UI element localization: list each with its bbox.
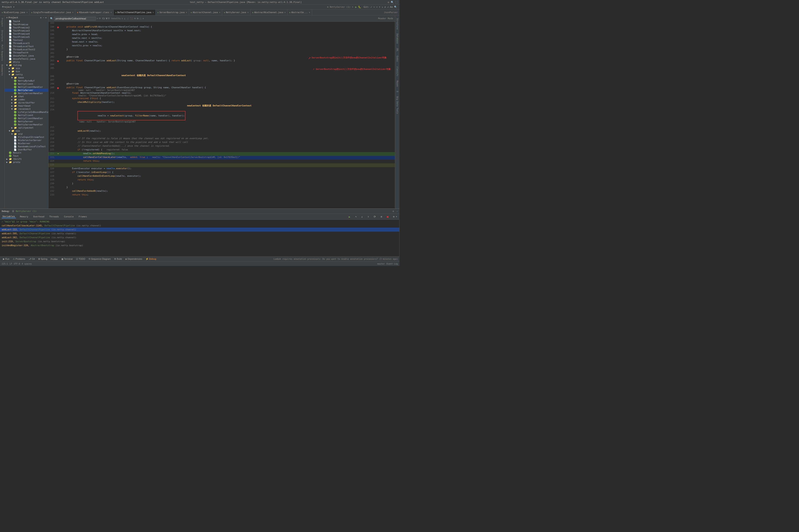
btn-git[interactable]: ⎇ Git [27,258,36,261]
run-button[interactable]: ▶ [355,5,357,8]
tree-thrift[interactable]: ▶ 📁 thrift [5,157,48,160]
find-input[interactable] [54,17,96,20]
debug-close[interactable]: − [396,210,398,213]
case-button[interactable]: Cc [102,17,105,20]
find-next[interactable]: ↓ [124,17,126,20]
debug-tab-console[interactable]: Console [63,215,75,218]
panel-maven[interactable]: Maven [396,79,399,89]
panel-d[interactable]: D [396,89,399,94]
stack-frame-addlast[interactable]: addLast:222, DefaultChannelPipeline (io.… [0,228,399,232]
tree-reconnect-nettyclienthandler[interactable]: 🟢 NettyClientHandler [5,117,48,120]
tree-nettyserverhandler[interactable]: 🟢 NettyServerHandler [5,92,48,95]
tree-test4[interactable]: 📄 Test4 [5,20,48,23]
tree-testpromise2[interactable]: 📄 TestPromise2 [5,26,48,29]
debug-tab-variables[interactable]: Variables [2,215,16,218]
tree-unsafetest2[interactable]: 📄 UnsafeTest2.java [5,57,48,60]
tree-test[interactable]: 🟢 Test [5,154,48,157]
find-replace-toggle[interactable]: ⟳ [99,17,101,20]
btn-debug[interactable]: ⚡ Debug [144,258,157,261]
tree-reconnect[interactable]: ▼ 📁 reconnect [5,108,48,111]
tree-nettyclienthandler[interactable]: 🟢 NettyClientHandler [5,86,48,89]
tree-aio[interactable]: ▶ 📁 aio [5,67,48,70]
tree-reconnect-nettyserverhandler[interactable]: 🟢 NettyServerHandler [5,123,48,126]
tree-old[interactable]: ▼ 📁 old [5,132,48,136]
tree-threadlocal5[interactable]: 📄 ThreadLocal5 [5,42,48,45]
tree-fileinputstream[interactable]: 📄 FileInputStreamTest [5,136,48,139]
tree-reconnect-nettyclient[interactable]: 🟢 NettyClient [5,114,48,117]
breakpoint-194[interactable]: ● [57,25,59,29]
stack-frame-addlast395[interactable]: addLast:395, DefaultChannelPipeline (io.… [0,232,399,235]
stack-frame-initandregister[interactable]: initAndRegister:320, AbstractBootstrap (… [0,244,399,247]
tree-nioselectorserver[interactable]: 📄 NioSelectorServer [5,139,48,142]
tree-nettyserver[interactable]: 🟢 NettyServer [5,89,48,92]
tree-proto[interactable]: ▶ 📁 proto [5,160,48,164]
left-icon-structure[interactable]: Structure [1,28,4,43]
panel-bigdata[interactable]: Big Data Tools [396,95,399,116]
tab-defaultchannelpipeline[interactable]: ◆ DefaultChannelPipeline.java × [114,10,156,16]
panel-jdl[interactable]: JDL [396,46,399,53]
tab-kqueue[interactable]: ◆ KQueueArrayWrapper.class × [75,10,114,16]
tree-nettyclient[interactable]: 🟢 NettyClient [5,82,48,86]
debug-stepover[interactable]: ↷ [355,215,357,218]
debug-stepinto[interactable]: ↓ [361,215,363,218]
tree-nettybytebuf[interactable]: 🟢 NettyByteBuf [5,79,48,82]
tree-utils[interactable]: 📁 Utils [5,60,48,64]
tree-base[interactable]: ▼ 📁 base [5,76,48,79]
panel-structure[interactable]: Structure [396,16,399,31]
btn-sequence[interactable]: ⟲ Sequence Diagram [87,258,112,261]
left-icon-pullrequests[interactable]: Pull Requests [1,43,4,62]
left-icon-project[interactable]: Project [1,16,4,28]
stack-frame-init[interactable]: init:219, ServerBootstrap (io.netty.boot… [0,240,399,244]
debug-tab-memory[interactable]: Memory [19,215,29,218]
word-button[interactable]: W [106,17,108,20]
debug-filter[interactable]: ⊞ ▾ [393,215,397,218]
status-branch[interactable]: master [377,263,385,265]
tab-abstractse[interactable]: ◆ AbstractSe... × [287,10,312,16]
find-prev[interactable]: ↑ [121,17,123,20]
tab-abstractchannel[interactable]: ◆ AbstractChannel.java × [189,10,222,16]
tree-unsafetest[interactable]: 📄 UnsafeTest.java [5,54,48,57]
tree-testpromise5[interactable]: 📄 TestPromise5 [5,36,48,39]
tree-nio[interactable]: ▼ 📁 nio [5,129,48,132]
debug-settings[interactable]: ⚙ [393,210,394,213]
tree-threadlocaltest2[interactable]: 📄 ThreadLocalTest2 [5,48,48,51]
debug-tab-overhead[interactable]: Overhead [32,215,45,218]
btn-todo[interactable]: ☑ TODO [75,258,87,261]
stack-frame-addlast382[interactable]: addLast:382, DefaultChannelPipeline (io.… [0,235,399,240]
debug-tab-frames[interactable]: Frames [78,215,88,218]
tree-codec[interactable]: ▶ 📁 codec [5,98,48,101]
btn-profiler[interactable]: Profiler [50,258,59,261]
run-config[interactable]: ⚙ NettyServer (1) ▾ [326,6,354,8]
debug-tab-threads[interactable]: Threads [49,215,60,218]
tree-testxx2[interactable]: 📄 Testxx2 [5,39,48,42]
status-eventlog[interactable]: Event Log [386,263,398,265]
debug-stop[interactable]: ■ [387,215,388,218]
reader-mode[interactable]: Reader Mode [378,17,393,20]
panel-database[interactable]: Database [396,32,399,45]
btn-terminal[interactable]: ▣ Terminal [60,258,74,261]
tree-reconnect-nettyserver[interactable]: 🟢 NettyServer [5,120,48,123]
debug-resume[interactable]: ▶ [349,215,350,218]
stack-frame-callhandler[interactable]: callHandlerCallbackLater:1145, DefaultCh… [0,224,399,228]
tree-testpromise[interactable]: 📄 TestPromise [5,23,48,26]
tree-lifecycle[interactable]: 🟢 LifeCycleInBoundHandle... [5,111,48,114]
tree-result[interactable]: 🟢 Result [5,151,48,154]
btn-problems[interactable]: ⚠ Problems [12,258,26,261]
tab-nettyserver[interactable]: ◆ NettyServer.java × [222,10,250,16]
tree-bio[interactable]: ▶ 📁 bio [5,70,48,73]
tree-directbuffer[interactable]: ▶ 📁 directbuffer [5,101,48,104]
breakpoint-203[interactable]: ● [57,59,59,62]
find-close[interactable]: × [97,17,98,20]
breakpoint-209[interactable]: ● [57,86,59,90]
menu-project[interactable]: Project ▾ [1,5,16,9]
left-icon-bookmarks[interactable]: Bookmarks [1,63,4,77]
btn-spring[interactable]: ✿ Spring [37,258,49,261]
btn-build[interactable]: ⚙ Build [113,258,123,261]
debug-runtocursor[interactable]: ⟳ [374,215,376,218]
tree-userbuffer[interactable]: 📄 UserBuffer [5,148,48,151]
tree-threadtest4[interactable]: 📄 ThreadTest4 [5,51,48,54]
code-editor[interactable]: 193 194 ● private void addFirst0(Abstrac… [49,22,395,208]
tab-serverbootstrap[interactable]: ◆ ServerBootstrap.java × [156,10,189,16]
tree-splitpacket[interactable]: ▶ 📁 splitpacket [5,126,48,129]
debug-run-button[interactable]: 🐛 [358,6,362,8]
